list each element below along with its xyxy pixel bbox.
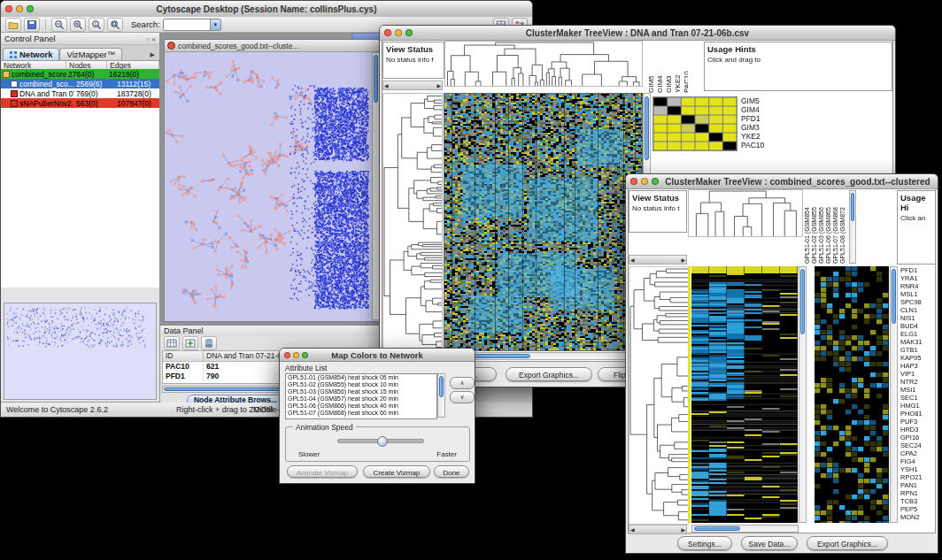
network-view-titlebar[interactable]: combined_scores_good.txt--cluste... <box>165 40 381 52</box>
speed-slider-knob[interactable] <box>377 436 388 447</box>
done-button[interactable]: Done <box>434 465 469 478</box>
column-label: GPL51-02 (GSM855 <box>811 190 817 264</box>
gene-label: SEC24 <box>900 441 938 449</box>
dendrogram-hscrollbar[interactable]: ◀▶ <box>629 525 687 534</box>
create-vizmap-button[interactable]: Create Vizmap <box>363 465 430 478</box>
heatmap-canvas[interactable] <box>444 93 643 351</box>
network-edges: 183728(0) <box>115 89 159 98</box>
attribute-list[interactable]: GPL51-01 (GSM854) heat shock 05 minGPL51… <box>285 373 437 419</box>
attribute-item[interactable]: GPL51-02 (GSM855) heat shock 10 min <box>286 381 436 388</box>
attribute-item[interactable]: GPL51-03 (GSM856) heat shock 15 min <box>286 388 436 395</box>
birdseye-view[interactable] <box>4 303 157 400</box>
node-attribute-browser-tab[interactable]: Node Attribute Brows... <box>187 395 284 403</box>
maximize-button[interactable] <box>302 352 308 358</box>
control-panel-header: Control Panel ▫× <box>1 33 159 45</box>
heatmap-hscroll[interactable] <box>691 525 799 533</box>
zoom-in-button[interactable] <box>70 18 86 32</box>
tab-scroll-right-icon[interactable]: ▶ <box>148 50 158 60</box>
row-dendrogram[interactable] <box>382 93 443 351</box>
minimize-button[interactable] <box>395 29 402 36</box>
export-graphics-button[interactable]: Export Graphics... <box>807 536 888 550</box>
tab-vizmapper[interactable]: VizMapper™ <box>59 48 122 60</box>
maximize-button[interactable] <box>652 178 659 185</box>
column-dendrogram[interactable] <box>688 189 803 237</box>
dendrogram-scrollbar[interactable]: ◀▶ <box>629 255 687 265</box>
row-dendrogram[interactable] <box>629 266 689 525</box>
animate-vizmap-button[interactable]: Animate Vizmap <box>287 465 358 478</box>
move-up-button[interactable]: ∧ <box>450 377 475 389</box>
attribute-item[interactable]: GPL51-06 (GSM866) heat shock 40 min <box>286 403 436 410</box>
treeview-combined-titlebar[interactable]: ClusterMaker TreeView : combined_scores_… <box>626 174 938 189</box>
column-labels-scrollbar[interactable] <box>849 190 856 264</box>
attribute-item[interactable]: GPL51-07 (GSM868) heat shock 60 min <box>286 410 436 417</box>
gene-label: MSL1 <box>900 290 938 298</box>
save-session-button[interactable] <box>24 18 40 32</box>
control-panel-tabs: Network VizMapper™ ▶ <box>1 45 159 61</box>
network-canvas[interactable] <box>166 52 372 321</box>
row-label: GIM4 <box>741 105 787 114</box>
network-row[interactable]: sNAPuberNov2...563(0)107847(0) <box>1 98 159 108</box>
minimize-button[interactable] <box>16 5 23 12</box>
treeview-dna-titlebar[interactable]: ClusterMaker TreeView : DNA and Tran 07-… <box>380 26 895 41</box>
speed-slider[interactable] <box>337 439 424 443</box>
gene-label: HAP3 <box>900 362 938 370</box>
zoom-out-button[interactable] <box>51 18 67 32</box>
chevron-down-icon[interactable]: ▾ <box>210 19 220 30</box>
create-attribute-button[interactable] <box>182 336 198 350</box>
minimize-button[interactable] <box>293 352 299 358</box>
control-panel: Control Panel ▫× Network VizMapper™ ▶ Ne… <box>1 33 160 403</box>
settings-button[interactable]: Settings... <box>677 536 732 550</box>
search-combobox[interactable]: ▾ <box>163 19 221 31</box>
float-panel-icon[interactable]: ▫ <box>146 35 149 43</box>
attribute-database-button[interactable] <box>201 336 217 350</box>
export-graphics-button[interactable]: Export Graphics... <box>506 367 592 381</box>
gene-label: VIP1 <box>900 370 938 378</box>
maximize-button[interactable] <box>405 29 413 36</box>
close-button[interactable] <box>384 29 391 36</box>
treeview-combined-title: ClusterMaker TreeView : combined_scores_… <box>662 177 933 187</box>
zoom-fit-button[interactable] <box>107 18 123 32</box>
search-input[interactable] <box>164 19 213 30</box>
attribute-item[interactable]: GPL51-01 (GSM854) heat shock 05 min <box>286 374 436 381</box>
control-panel-title: Control Panel <box>4 34 56 43</box>
birdseye-canvas[interactable] <box>4 303 155 397</box>
column-label: GIM3 <box>665 42 673 93</box>
zoom-heatmap-canvas[interactable] <box>815 266 889 523</box>
attribute-item[interactable]: GPL51-04 (GSM857) heat shock 20 min <box>286 395 436 403</box>
zoom-selected-button[interactable]: 1 <box>89 18 104 32</box>
attribute-list-scrollbar[interactable] <box>437 373 445 418</box>
status-hint-pan: Middle- <box>253 405 280 414</box>
move-down-button[interactable]: ∨ <box>450 391 475 403</box>
network-nodes: 769(0) <box>74 89 115 98</box>
network-row[interactable]: combined_sco...2569(6)13112(15) <box>1 79 159 88</box>
close-button[interactable] <box>630 178 637 185</box>
zoom-heatmap-canvas[interactable] <box>652 96 737 151</box>
zoom-vscroll[interactable] <box>890 266 898 523</box>
column-dendrogram[interactable] <box>444 41 643 87</box>
heatmap-vscroll[interactable] <box>799 266 807 523</box>
network-edges: 107847(0) <box>115 99 159 108</box>
column-label: GPL51-06 (GSM865 <box>825 190 831 264</box>
close-button[interactable] <box>5 5 12 12</box>
network-view-body <box>166 52 380 320</box>
search-label: Search: <box>131 19 160 29</box>
select-attributes-button[interactable] <box>164 336 180 350</box>
close-panel-icon[interactable]: × <box>151 35 156 43</box>
network-row[interactable]: DNA and Tran 07769(0)183728(0) <box>1 88 159 98</box>
network-name: combined_sco... <box>18 80 74 88</box>
main-titlebar[interactable]: Cytoscape Desktop (Session Name: collins… <box>1 1 532 18</box>
dendrogram-scrollbar[interactable]: ◀▶ <box>382 81 443 90</box>
tab-network[interactable]: Network <box>3 48 59 60</box>
heatmap-canvas[interactable] <box>691 266 798 523</box>
gene-label: RNR4 <box>900 282 938 290</box>
network-row[interactable]: combined_scores2764(0)16218(0) <box>1 69 159 79</box>
close-icon[interactable] <box>167 42 175 50</box>
close-button[interactable] <box>284 352 290 358</box>
minimize-button[interactable] <box>641 178 648 185</box>
gene-label: SEC1 <box>900 394 938 402</box>
open-file-button[interactable] <box>5 18 21 32</box>
data-panel-title: Data Panel <box>164 326 204 335</box>
dialog-titlebar[interactable]: Map Colors to Network <box>280 349 475 362</box>
save-data-button[interactable]: Save Data... <box>741 536 798 550</box>
maximize-button[interactable] <box>27 5 34 12</box>
